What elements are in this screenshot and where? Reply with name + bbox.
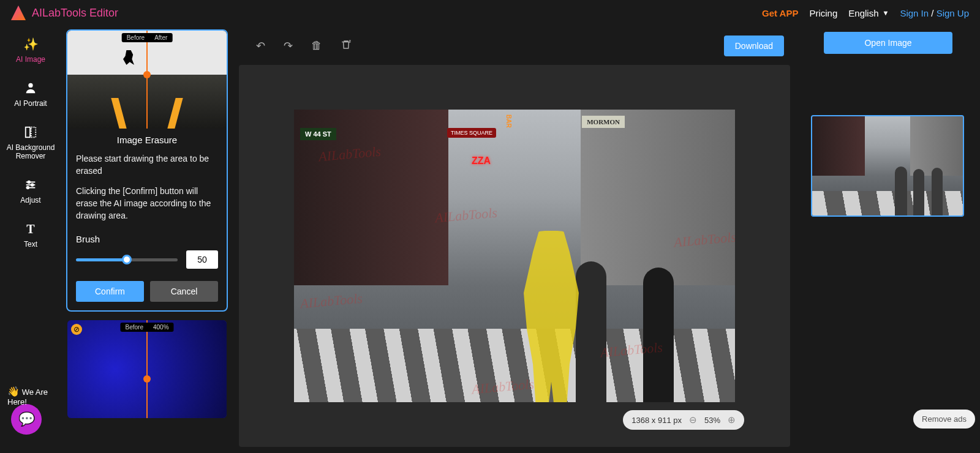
tool-preview[interactable]: Before After (67, 31, 227, 129)
chat-greeting: 👋 We Are Here! (7, 386, 69, 406)
main-layout: ✨ AI Image AI Portrait AI Background Rem… (0, 26, 980, 453)
text-icon: T (23, 222, 38, 236)
svg-point-6 (28, 181, 30, 184)
svg-rect-2 (31, 127, 36, 138)
compare-handle-icon[interactable] (143, 375, 151, 383)
thumbnail-item[interactable] (811, 115, 964, 217)
undo-icon[interactable]: ↶ (256, 39, 265, 53)
canvas-viewport[interactable]: W 44 ST TIMES SQUARE ZZA BAR MORMON AILa… (239, 65, 790, 447)
canvas-image[interactable]: W 44 ST TIMES SQUARE ZZA BAR MORMON AILa… (294, 110, 735, 402)
brand-name: AILabTools Editor (32, 7, 118, 20)
before-label: Before (122, 33, 149, 42)
slider-thumb[interactable] (122, 255, 132, 264)
delete-icon[interactable]: 🗑 (311, 39, 322, 53)
brand[interactable]: AILabTools Editor (11, 6, 118, 20)
after-label: After (149, 33, 172, 42)
marquee-sign: MORMON (582, 116, 625, 128)
language-selector[interactable]: English ▼ (848, 8, 889, 18)
sparkle-icon: ✨ (23, 37, 38, 51)
tool-panel: Before After Image Erasure Please start … (61, 26, 233, 453)
wave-icon: 👋 (7, 386, 20, 397)
get-app-link[interactable]: Get APP (762, 8, 798, 18)
language-label: English (848, 8, 878, 18)
zoom-in-icon[interactable]: ⊕ (728, 414, 736, 425)
sidebar-label: AI Image (16, 55, 45, 64)
logo-icon (11, 6, 26, 20)
zoom-out-icon[interactable]: ⊖ (689, 414, 697, 425)
sidebar-item-ai-image[interactable]: ✨ AI Image (3, 37, 58, 64)
confirm-button[interactable]: Confirm (76, 281, 144, 302)
sidebar-label: AI Background Remover (3, 143, 58, 160)
person-icon (23, 81, 38, 95)
remove-ads-button[interactable]: Remove ads (913, 410, 975, 429)
download-button[interactable]: Download (724, 36, 784, 56)
separator: / (931, 8, 933, 18)
bar-sign: BAR (505, 114, 512, 128)
tool-card-image-erasure: Before After Image Erasure Please start … (66, 29, 228, 312)
right-panel: Open Image (796, 26, 980, 453)
pizza-sign: ZZA (472, 155, 491, 167)
brush-value-input[interactable] (186, 250, 218, 269)
sliders-icon (23, 178, 38, 192)
zoom-percent: 53% (704, 416, 720, 425)
canvas-area: ↶ ↷ 🗑 Download W 44 ST TIMES SQUARE ZZA … (233, 26, 796, 453)
redo-icon[interactable]: ↷ (284, 39, 293, 53)
zoom-control: 1368 x 911 px ⊖ 53% ⊕ (623, 410, 744, 430)
canvas-toolbar: ↶ ↷ 🗑 Download (239, 32, 790, 65)
image-dimensions: 1368 x 911 px (631, 416, 682, 425)
before-label: Before (120, 323, 148, 332)
tool-title: Image Erasure (67, 129, 227, 149)
sidebar-item-bg-remover[interactable]: AI Background Remover (3, 125, 58, 160)
tool-card-secondary[interactable]: ⊘ Before 400% (66, 319, 228, 419)
chat-bubble-icon[interactable]: 💬 (11, 404, 42, 435)
svg-point-7 (31, 184, 34, 186)
compare-handle-icon[interactable] (143, 71, 151, 78)
sign-up-link[interactable]: Sign Up (937, 8, 969, 18)
thumbnail-list (811, 115, 965, 217)
times-square-sign: TIMES SQUARE (447, 128, 496, 138)
sidebar-label: AI Portrait (14, 99, 47, 108)
tool-desc-1: Please start drawing the area to be eras… (67, 149, 227, 181)
scissors-icon (23, 125, 38, 140)
pricing-link[interactable]: Pricing (809, 8, 837, 18)
svg-point-0 (28, 83, 32, 88)
header-nav: Get APP Pricing English ▼ Sign In / Sign… (762, 8, 969, 18)
brush-label: Brush (67, 225, 227, 247)
sidebar-label: Adjust (20, 196, 40, 204)
brush-control (67, 247, 227, 272)
sidebar-item-text[interactable]: T Text (3, 222, 58, 249)
tool-desc-2: Clicking the [Confirm] button will erase… (67, 181, 227, 226)
sidebar-item-adjust[interactable]: Adjust (3, 178, 58, 204)
sign-in-link[interactable]: Sign In (900, 8, 929, 18)
cancel-button[interactable]: Cancel (150, 281, 218, 302)
app-header: AILabTools Editor Get APP Pricing Englis… (0, 0, 980, 26)
open-image-button[interactable]: Open Image (824, 32, 952, 54)
chat-widget[interactable]: 👋 We Are Here! 💬 (11, 404, 42, 435)
delete-all-icon[interactable] (341, 39, 352, 53)
street-sign: W 44 ST (300, 128, 336, 140)
chevron-down-icon: ▼ (883, 9, 889, 17)
zoom-label: 400% (148, 323, 174, 332)
svg-point-8 (27, 187, 29, 189)
sidebar-label: Text (24, 240, 37, 249)
svg-rect-1 (26, 127, 30, 138)
sidebar-item-ai-portrait[interactable]: AI Portrait (3, 81, 58, 108)
brush-slider[interactable] (76, 258, 178, 261)
